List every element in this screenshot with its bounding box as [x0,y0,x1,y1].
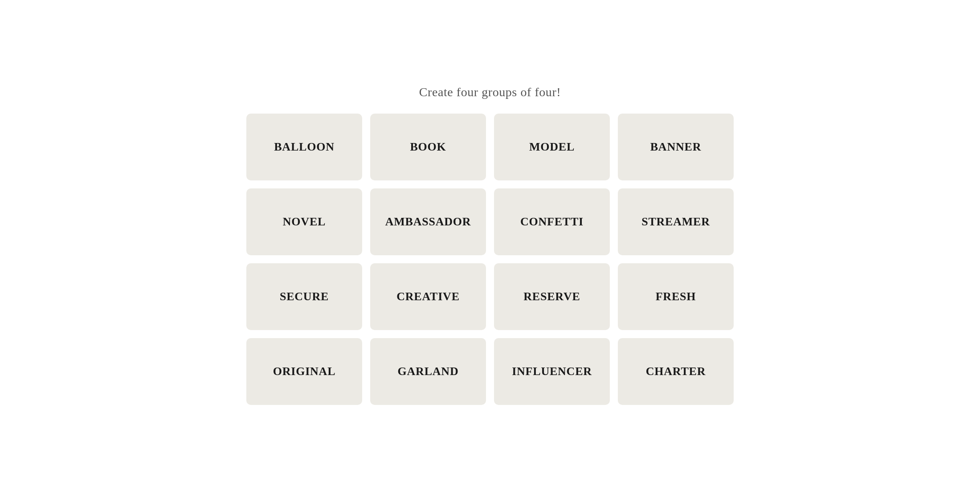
tile-label-creative: CREATIVE [396,290,460,303]
tile-novel[interactable]: NOVEL [246,188,362,255]
tile-streamer[interactable]: STREAMER [618,188,734,255]
tile-label-model: MODEL [529,140,575,154]
tile-banner[interactable]: BANNER [618,114,734,180]
tile-reserve[interactable]: RESERVE [494,263,610,330]
tile-label-original: ORIGINAL [273,365,336,378]
subtitle: Create four groups of four! [419,85,561,99]
tile-label-fresh: FRESH [656,290,696,303]
tile-fresh[interactable]: FRESH [618,263,734,330]
word-grid: BALLOONBOOKMODELBANNERNOVELAMBASSADORCON… [246,114,734,405]
tile-garland[interactable]: GARLAND [370,338,486,405]
tile-label-charter: CHARTER [646,365,706,378]
tile-balloon[interactable]: BALLOON [246,114,362,180]
tile-label-influencer: INFLUENCER [512,365,592,378]
tile-charter[interactable]: CHARTER [618,338,734,405]
tile-influencer[interactable]: INFLUENCER [494,338,610,405]
tile-label-garland: GARLAND [398,365,459,378]
tile-label-streamer: STREAMER [641,215,710,229]
tile-label-balloon: BALLOON [274,140,335,154]
tile-model[interactable]: MODEL [494,114,610,180]
tile-ambassador[interactable]: AMBASSADOR [370,188,486,255]
tile-creative[interactable]: CREATIVE [370,263,486,330]
tile-label-book: BOOK [410,140,446,154]
tile-book[interactable]: BOOK [370,114,486,180]
tile-label-banner: BANNER [650,140,701,154]
tile-label-confetti: CONFETTI [520,215,584,229]
tile-confetti[interactable]: CONFETTI [494,188,610,255]
tile-secure[interactable]: SECURE [246,263,362,330]
tile-label-reserve: RESERVE [523,290,580,303]
tile-label-secure: SECURE [280,290,329,303]
tile-original[interactable]: ORIGINAL [246,338,362,405]
page-container: Create four groups of four! BALLOONBOOKM… [229,67,751,423]
tile-label-ambassador: AMBASSADOR [385,215,471,229]
tile-label-novel: NOVEL [283,215,326,229]
